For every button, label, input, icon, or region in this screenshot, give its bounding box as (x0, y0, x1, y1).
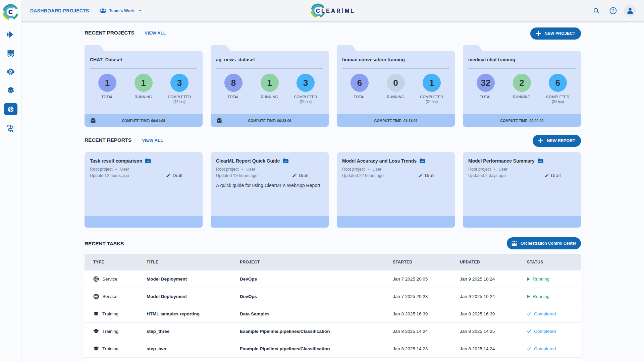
svg-text:?: ? (612, 8, 614, 13)
svg-text:CLEAR: CLEAR (316, 8, 342, 13)
svg-text:C: C (8, 9, 13, 15)
svg-text:ML: ML (345, 8, 355, 13)
